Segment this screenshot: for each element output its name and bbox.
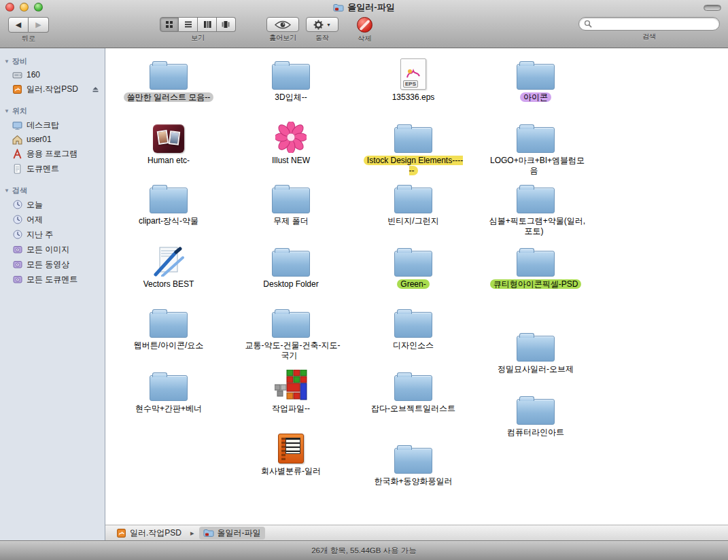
file-item[interactable]: clipart-장식-약물 xyxy=(118,179,220,226)
sidebar-item-today[interactable]: 오늘 xyxy=(0,197,105,212)
file-item[interactable]: 웹버튼/아이콘/요소 xyxy=(118,304,220,351)
file-browser-content: 쓸만한 일러스트 모음-- 3D입체-- EPS 135336.eps xyxy=(105,48,728,540)
list-view-button[interactable] xyxy=(179,17,198,32)
gear-icon xyxy=(313,20,324,30)
color-blocks-icon xyxy=(240,367,342,401)
file-item[interactable]: 심볼+픽토그램+약물(일러,포토) xyxy=(485,179,587,237)
disclosure-triangle-icon[interactable]: ▼ xyxy=(4,58,10,65)
sidebar-item-label: 지난 주 xyxy=(27,229,53,241)
file-label: 현수막+간판+베너 xyxy=(132,404,205,413)
toolbar: ◀ ▶ 뒤로 xyxy=(0,15,728,43)
file-item[interactable]: 작업파일-- xyxy=(240,367,342,414)
coverflow-view-icon xyxy=(222,20,230,29)
sidebar-item-all-movies[interactable]: 모든 동영상 xyxy=(0,257,105,272)
folder-icon xyxy=(485,119,587,153)
minimize-button[interactable] xyxy=(20,3,29,12)
file-item[interactable]: Desktop Folder xyxy=(240,243,342,290)
folder-icon xyxy=(240,179,342,213)
file-item[interactable]: 쓸만한 일러스트 모음-- xyxy=(118,56,220,103)
file-item[interactable]: Illust NEW xyxy=(240,119,342,166)
sidebar-item-home[interactable]: user01 xyxy=(0,133,105,146)
quicklook-button[interactable] xyxy=(266,17,299,32)
file-item[interactable]: 현수막+간판+베너 xyxy=(118,367,220,414)
folder-icon xyxy=(118,367,220,401)
sidebar-item-all-images[interactable]: 모든 이미지 xyxy=(0,242,105,257)
path-item-volume[interactable]: 일러.작업PSD xyxy=(112,527,186,540)
view-switcher-group: 보기 xyxy=(160,17,236,43)
sidebar-item-160[interactable]: 160 xyxy=(0,68,105,82)
file-item[interactable]: 큐티형아이콘픽셀-PSD xyxy=(485,243,587,290)
column-view-button[interactable] xyxy=(198,17,217,32)
file-item[interactable]: Istock Design Elements------ xyxy=(362,119,464,176)
file-item[interactable]: 3D입체-- xyxy=(240,56,342,103)
file-item[interactable]: Vectors BEST xyxy=(118,243,220,290)
documents-icon xyxy=(12,164,22,174)
sidebar-item-yesterday[interactable]: 어제 xyxy=(0,212,105,227)
search-input[interactable] xyxy=(592,18,714,29)
file-item[interactable]: 컴퓨터라인아트 xyxy=(485,391,587,438)
search-field[interactable] xyxy=(578,17,720,31)
sidebar-item-label: 모든 이미지 xyxy=(27,244,69,256)
file-item[interactable]: 교통-약도-건물-건축-지도-국기 xyxy=(240,304,342,361)
file-item[interactable]: Human etc- xyxy=(118,119,220,166)
eject-button[interactable] xyxy=(92,86,99,93)
folder-icon xyxy=(485,328,587,362)
file-label: 작업파일-- xyxy=(268,404,313,413)
file-label: 컴퓨터라인아트 xyxy=(504,427,568,437)
sidebar-section-places[interactable]: ▼ 위치 xyxy=(0,103,105,118)
file-item[interactable]: 정밀묘사일러-오브제 xyxy=(485,328,587,374)
action-button[interactable]: ▼ xyxy=(306,17,339,32)
coverflow-view-button[interactable] xyxy=(217,17,236,32)
hard-drive-icon xyxy=(12,70,22,80)
sidebar-item-label: 오늘 xyxy=(27,199,43,211)
home-icon xyxy=(12,135,22,145)
icon-view-button[interactable] xyxy=(160,17,179,32)
zoom-button[interactable] xyxy=(34,3,43,12)
sidebar-item-psd-volume[interactable]: 일러.작업PSD xyxy=(0,82,105,97)
file-label: Desktop Folder xyxy=(260,279,322,289)
disclosure-triangle-icon[interactable]: ▼ xyxy=(4,108,10,114)
sidebar-item-desktop[interactable]: 데스크탑 xyxy=(0,118,105,133)
eye-icon xyxy=(274,20,292,30)
icon-grid[interactable]: 쓸만한 일러스트 모음-- 3D입체-- EPS 135336.eps xyxy=(105,48,728,525)
file-item[interactable]: 아이콘 xyxy=(485,56,587,103)
file-item[interactable]: 잡다-오브젝트일러스트 xyxy=(362,367,464,414)
action-group: ▼ 동작 xyxy=(306,17,339,43)
sidebar-section-devices[interactable]: ▼ 장비 xyxy=(0,54,105,68)
close-button[interactable] xyxy=(5,3,14,12)
delete-button[interactable] xyxy=(357,17,372,33)
delete-label: 삭제 xyxy=(358,34,371,43)
file-item[interactable]: LOGO+마크+BI+엠블럼모음 xyxy=(485,119,587,176)
file-item[interactable]: 빈티지/그런지 xyxy=(362,179,464,226)
sidebar: ▼ 장비 160 일러.작업PSD ▼ 위치 데스크탑 xyxy=(0,48,105,540)
path-separator-icon: ▸ xyxy=(190,529,194,538)
title-bar[interactable]: 올일러-파일 xyxy=(0,0,728,15)
file-item[interactable]: 디자인소스 xyxy=(362,304,464,351)
smart-folder-icon xyxy=(12,275,22,285)
back-button[interactable]: ◀ xyxy=(8,17,29,33)
disclosure-triangle-icon[interactable]: ▼ xyxy=(4,188,10,194)
file-item[interactable]: 무제 폴더 xyxy=(240,179,342,226)
folder-icon xyxy=(118,179,220,213)
sidebar-item-past-week[interactable]: 지난 주 xyxy=(0,227,105,242)
sidebar-section-title: 장비 xyxy=(12,56,27,67)
sidebar-item-label: 어제 xyxy=(27,214,43,226)
flower-image-icon xyxy=(240,119,342,153)
file-item[interactable]: 한국화+동양화풍일러 xyxy=(362,440,464,487)
file-item[interactable]: 회사별분류-일러 xyxy=(240,430,342,476)
path-item-current-folder[interactable]: 올일러-파일 xyxy=(199,527,265,540)
forward-button[interactable]: ▶ xyxy=(29,17,49,33)
file-label: 심볼+픽토그램+약물(일러,포토) xyxy=(486,216,585,236)
sidebar-item-all-documents[interactable]: 모든 도큐멘트 xyxy=(0,272,105,287)
sidebar-item-documents[interactable]: 도큐멘트 xyxy=(0,161,105,176)
window-proxy-icon[interactable] xyxy=(333,3,344,12)
sidebar-section-search[interactable]: ▼ 검색 xyxy=(0,183,105,197)
file-item[interactable]: Green- xyxy=(362,243,464,290)
file-item[interactable]: EPS 135336.eps xyxy=(362,56,464,103)
file-label: 쓸만한 일러스트 모음-- xyxy=(124,92,214,102)
traffic-lights xyxy=(5,3,43,12)
sidebar-item-applications[interactable]: 응용 프로그램 xyxy=(0,146,105,161)
folder-icon xyxy=(240,56,342,90)
desktop-icon xyxy=(12,120,22,130)
toolbar-toggle-button[interactable] xyxy=(704,5,721,11)
